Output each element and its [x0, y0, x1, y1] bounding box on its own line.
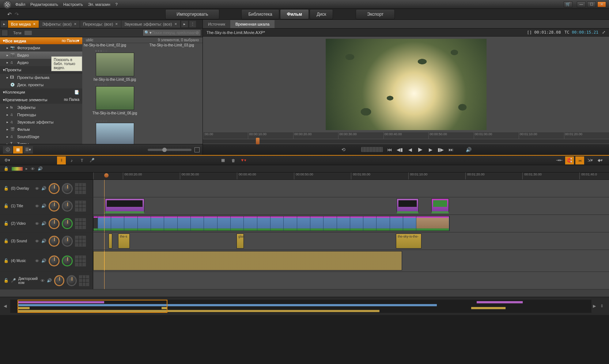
title-clip[interactable]	[431, 198, 449, 213]
speaker-icon[interactable]: 🔊	[41, 239, 46, 243]
search-input[interactable]	[152, 31, 196, 35]
maximize-button[interactable]: ☐	[587, 1, 596, 7]
lock-icon[interactable]: 🔓	[4, 221, 9, 226]
track-body[interactable]: the-s glas the-sky-is-the-	[93, 232, 609, 250]
menu-help[interactable]: ?	[116, 2, 118, 7]
speaker-icon[interactable]: 🔊	[41, 186, 46, 191]
pan-knob[interactable]	[67, 275, 77, 286]
lock-icon[interactable]: 🔓	[4, 186, 9, 191]
surround-icon[interactable]	[75, 183, 86, 194]
surround-icon[interactable]	[75, 236, 86, 247]
razor-icon[interactable]: ▦	[219, 156, 227, 164]
overview-track[interactable]	[10, 300, 591, 313]
mixer-tool-icon[interactable]: ⫴	[57, 156, 66, 164]
surround-icon[interactable]	[75, 201, 86, 212]
goto-start-icon[interactable]: ⏮	[386, 147, 393, 152]
volume-knob[interactable]	[49, 255, 60, 266]
timeline-tab[interactable]: Временная шкала	[230, 20, 275, 28]
volume-knob[interactable]	[49, 236, 60, 247]
marker-icon[interactable]: ▼▾	[239, 156, 248, 164]
scorefitter-icon[interactable]: ♪	[67, 156, 76, 164]
lib-tab-all-media[interactable]: Все медиа✕	[8, 20, 39, 28]
menu-edit[interactable]: Редактировать	[30, 2, 58, 7]
add-tab-icon[interactable]: ▸	[181, 21, 188, 27]
preview-ruler[interactable]: :00.00 00:00:10.00 00:00:20.00 00:00:30.…	[203, 132, 609, 139]
redo-icon[interactable]: ↷	[15, 11, 19, 17]
play-back-icon[interactable]: ◀	[406, 147, 414, 152]
eye-icon[interactable]: 👁	[35, 186, 39, 191]
pan-knob[interactable]	[62, 201, 73, 212]
eye-icon[interactable]: 👁	[35, 221, 39, 226]
volume-icon[interactable]: 🔊	[465, 147, 472, 152]
lock-icon[interactable]: 🔓	[4, 278, 9, 283]
zoom-fit-icon[interactable]: ⇕	[600, 304, 605, 308]
menu-setup[interactable]: Настроить	[63, 2, 83, 7]
rating-stars[interactable]: ★★★☆☆	[95, 49, 107, 53]
speaker-icon[interactable]: 🔊	[41, 204, 46, 208]
source-tab[interactable]: Источник	[203, 20, 230, 28]
speaker-icon[interactable]: 🔊	[38, 166, 43, 171]
eye-icon[interactable]: 👁	[35, 239, 39, 243]
list-view-icon[interactable]: ☰▾	[23, 146, 33, 153]
insert-mode-icon[interactable]: ⇲▾	[586, 156, 594, 164]
title-clip[interactable]	[397, 198, 419, 213]
track-body[interactable]	[93, 272, 609, 289]
import-button[interactable]: Импортировать	[165, 9, 219, 19]
speaker-icon[interactable]: 🔊	[41, 221, 46, 226]
tree-item-titles[interactable]: ▸Титры	[0, 140, 82, 144]
undo-icon[interactable]: ↶	[7, 11, 12, 17]
scroll-right-icon[interactable]: ▶	[593, 304, 598, 308]
lock-icon[interactable]: 🔓	[4, 258, 9, 263]
music-clip[interactable]	[93, 251, 402, 270]
full-size-icon[interactable]	[194, 147, 200, 152]
rating-stars[interactable]: ☆☆☆☆☆	[95, 120, 107, 123]
rating-stars[interactable]: ☆☆☆☆☆	[95, 83, 107, 86]
volume-knob[interactable]	[49, 201, 60, 212]
tree-section-creative[interactable]: ▾ Креативные элементыпо Папка	[0, 96, 82, 104]
timeline-ruler[interactable]: 00:00:20.00 00:00:30.00 00:00:40.00 00:0…	[0, 172, 609, 180]
sound-clip[interactable]	[109, 234, 112, 249]
tree-item-transitions[interactable]: ▸Переходы	[0, 111, 82, 118]
close-icon[interactable]: ✕	[74, 22, 77, 26]
track-body[interactable]	[93, 250, 609, 272]
lib-nav-toggle[interactable]: ▸	[1, 21, 7, 27]
surround-icon[interactable]	[75, 218, 86, 229]
lib-tab-effects[interactable]: Эффекты: (все)✕	[39, 20, 80, 28]
surround-icon[interactable]	[75, 255, 86, 266]
eye-icon[interactable]: 👁	[35, 204, 39, 208]
sound-clip[interactable]: the-s	[118, 234, 130, 249]
eye-icon[interactable]: 👁	[41, 278, 45, 283]
volume-knob[interactable]	[49, 183, 60, 194]
title-tool-icon[interactable]: T	[77, 156, 86, 164]
close-icon[interactable]: ✕	[174, 22, 177, 26]
tree-item-soundfx[interactable]: ▸Звуковые эффекты	[0, 118, 82, 126]
scroll-left-icon[interactable]: ◀	[4, 304, 9, 308]
menu-file[interactable]: Файл	[15, 2, 25, 7]
eye-icon[interactable]: 👁	[31, 167, 35, 171]
close-button[interactable]: ✕	[597, 1, 606, 7]
settings-icon[interactable]: ⚙▾	[3, 156, 12, 164]
lib-tab-transitions[interactable]: Переходы: (все)✕	[80, 20, 121, 28]
cart-icon[interactable]: 🛒	[564, 1, 572, 7]
playhead-marker[interactable]	[104, 173, 109, 178]
minimize-button[interactable]: —	[577, 1, 586, 7]
lock-icon[interactable]: 🔓	[4, 204, 9, 208]
magnet-icon[interactable]: 🧲	[565, 156, 574, 164]
voiceover-icon[interactable]: 🎤	[88, 156, 97, 164]
volume-knob[interactable]	[54, 275, 64, 286]
link-icon[interactable]: ⫘	[575, 156, 584, 164]
step-fwd-icon[interactable]: ▮▶	[437, 147, 445, 152]
tree-header-all-media[interactable]: ▾ Все медиа по Папка ▾	[0, 37, 82, 44]
goto-end-icon[interactable]: ⏭	[447, 147, 455, 152]
tree-item-movie-templates[interactable]: ▸Фильм	[0, 126, 82, 133]
lock-icon[interactable]: 🔒	[4, 166, 9, 171]
thumbnail-item[interactable]: ☆☆☆☆☆ he-Sky-is-the-Limit_08.jpg	[84, 120, 146, 144]
grid-view-icon[interactable]: ▦	[13, 146, 23, 153]
tags-toggle[interactable]	[24, 30, 32, 35]
track-body[interactable]	[93, 215, 609, 232]
expand-icon[interactable]: ⤢	[602, 30, 605, 35]
close-icon[interactable]: ✕	[33, 22, 36, 26]
pan-knob[interactable]	[62, 183, 73, 194]
close-icon[interactable]: ✕	[115, 22, 118, 26]
lib-tab-soundfx[interactable]: Звуковые эффекты: (все)✕	[121, 20, 180, 28]
